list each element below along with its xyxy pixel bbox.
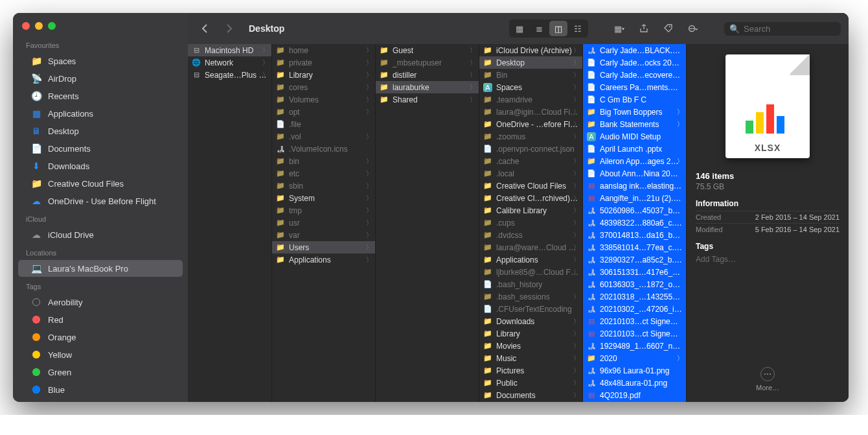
sidebar-item[interactable]: Orange xyxy=(18,329,183,346)
preview-more[interactable]: ⋯ More… xyxy=(756,355,779,392)
file-row[interactable]: 📁Creative Cl…rchived) (1)〉 xyxy=(479,192,582,204)
file-row[interactable]: 🏞306151331…417e6_b.jpg xyxy=(583,266,686,278)
sidebar-item[interactable]: 💻Laura's MacBook Pro xyxy=(18,260,183,277)
sidebar-item[interactable]: 📁Creative Cloud Files xyxy=(18,175,183,192)
file-row[interactable]: 📄April Launch .pptx xyxy=(583,143,686,155)
file-row[interactable]: 📁Calibre Library〉 xyxy=(479,204,582,217)
sidebar-item[interactable]: Purple xyxy=(18,399,183,402)
file-row[interactable]: 🏞370014813…da16_b.jpg xyxy=(583,229,686,241)
file-row[interactable]: ⊟Seagate…Plus Drive〉 xyxy=(188,69,271,81)
file-row[interactable]: 📁Downloads〉 xyxy=(479,315,582,327)
file-row[interactable]: ▤20210103…ct Signed LB xyxy=(583,315,686,327)
file-row[interactable]: 🏞Carly Jade…BLACK.png xyxy=(583,44,686,56)
file-row[interactable]: 📁tmp〉 xyxy=(272,204,375,217)
file-row[interactable]: 📁home〉 xyxy=(272,44,375,56)
file-row[interactable]: 📁Public〉 xyxy=(479,377,582,389)
file-row[interactable]: 📁Pictures〉 xyxy=(479,364,582,377)
sidebar-item[interactable]: 🕘Recents xyxy=(18,88,183,104)
file-row[interactable]: 📁laura@ware…Cloud Files〉 xyxy=(479,241,582,253)
file-row[interactable]: 🏞.VolumeIcon.icns xyxy=(272,143,375,155)
file-row[interactable]: 📁distiller〉 xyxy=(376,69,479,81)
sidebar-item[interactable]: 📁Spaces xyxy=(18,53,183,69)
sidebar-item[interactable]: ☁OneDrive - Use Before Flight xyxy=(18,193,183,209)
file-row[interactable]: 🏞338581014…77ea_c.jpg xyxy=(583,241,686,253)
file-row[interactable]: 📁Applications〉 xyxy=(479,253,582,266)
action-button[interactable] xyxy=(684,21,702,36)
file-row[interactable]: 📄Carly Jade…ecovered].ai xyxy=(583,69,686,81)
file-row[interactable]: ▤Aangifte_in…21u (2).pdf xyxy=(583,192,686,204)
file-row[interactable]: 📄~$uss+ uni…e v1LB.docx xyxy=(583,401,686,402)
file-row[interactable]: 📁.zoomus〉 xyxy=(479,130,582,143)
file-row[interactable]: 📄About Ann…Nina 2021LB xyxy=(583,167,686,180)
file-row[interactable]: 📁Desktop〉 xyxy=(479,56,582,69)
file-row[interactable]: 🏞96x96 Laura-01.png xyxy=(583,364,686,377)
file-row[interactable]: 🏞20210302_…47206_iOS xyxy=(583,303,686,315)
file-row[interactable]: 📁bin〉 xyxy=(272,155,375,167)
file-row[interactable]: 📁ljburke85@…Cloud Files〉 xyxy=(479,266,582,278)
file-row[interactable]: 🏞50260986…45037_b.jpg xyxy=(583,204,686,217)
file-row[interactable]: ASpaces〉 xyxy=(479,81,582,93)
sidebar-item[interactable]: Yellow xyxy=(18,346,183,363)
file-row[interactable]: 📁.vol〉 xyxy=(272,130,375,143)
close-button[interactable] xyxy=(22,22,30,30)
search-field[interactable]: 🔍 xyxy=(724,22,841,36)
sidebar-item[interactable]: Red xyxy=(18,311,183,328)
file-row[interactable]: 📁var〉 xyxy=(272,229,375,241)
file-row[interactable]: 📁.bash_sessions〉 xyxy=(479,290,582,303)
file-row[interactable]: 🏞1929489_1…6607_n.jpg xyxy=(583,340,686,352)
file-row[interactable]: ⊟Macintosh HD〉 xyxy=(188,44,271,56)
file-row[interactable]: 📁Library〉 xyxy=(479,327,582,340)
file-row[interactable]: ▤aanslag ink…elasting.pdf xyxy=(583,180,686,192)
file-row[interactable]: 🏞48398322…880a6_c.jpg xyxy=(583,217,686,229)
sidebar-item[interactable]: Aerobility xyxy=(18,294,183,311)
file-row[interactable]: 📁Big Town Boppers〉 xyxy=(583,106,686,118)
share-button[interactable] xyxy=(635,21,653,36)
file-row[interactable]: 🏞60136303_…1872_o.jpg xyxy=(583,278,686,290)
file-row[interactable]: 📄Careers Pa…ments.pptx xyxy=(583,81,686,93)
file-row[interactable]: ▤20210103…ct Signed LB xyxy=(583,327,686,340)
zoom-button[interactable] xyxy=(48,22,56,30)
file-row[interactable]: 📄Carly Jade…ocks 2021.ai xyxy=(583,56,686,69)
tag-button[interactable] xyxy=(659,21,678,36)
search-input[interactable] xyxy=(744,24,849,34)
back-button[interactable] xyxy=(196,21,214,36)
group-button[interactable]: ▦▾ xyxy=(610,21,628,36)
sidebar-item[interactable]: ⬇Downloads xyxy=(18,158,183,174)
file-row[interactable]: 📄.bash_history xyxy=(479,278,582,290)
file-row[interactable]: 📁Users〉 xyxy=(272,241,375,253)
file-row[interactable]: 📁.teamdrive〉 xyxy=(479,93,582,106)
file-row[interactable]: 📁lauraburke〉 xyxy=(376,81,479,93)
file-row[interactable]: 📁opt〉 xyxy=(272,106,375,118)
view-columns-button[interactable]: ◫ xyxy=(549,21,567,36)
file-row[interactable]: 📁OneDrive - …efore Flight〉 xyxy=(479,118,582,130)
minimize-button[interactable] xyxy=(35,22,43,30)
file-row[interactable]: 📁Creative Cloud Files〉 xyxy=(479,180,582,192)
file-row[interactable]: 📁Movies〉 xyxy=(479,340,582,352)
file-row[interactable]: 📁.dvdcss〉 xyxy=(479,229,582,241)
file-row[interactable]: 📁cores〉 xyxy=(272,81,375,93)
file-row[interactable]: 📁usr〉 xyxy=(272,217,375,229)
sidebar-item[interactable]: Green xyxy=(18,364,183,381)
file-row[interactable]: 🏞20210318_…143255_iOS xyxy=(583,290,686,303)
file-row[interactable]: 📁etc〉 xyxy=(272,167,375,180)
file-row[interactable]: 📁Documents〉 xyxy=(479,389,582,401)
file-row[interactable]: 🏞48x48Laura-01.png xyxy=(583,377,686,389)
file-row[interactable]: 📁sbin〉 xyxy=(272,180,375,192)
file-row[interactable]: 📁Library〉 xyxy=(272,69,375,81)
forward-button[interactable] xyxy=(220,21,238,36)
file-row[interactable]: 🌐Network〉 xyxy=(188,56,271,69)
file-row[interactable]: 📁Guest〉 xyxy=(376,44,479,56)
file-row[interactable]: 📁Aileron App…ages 2017〉 xyxy=(583,155,686,167)
file-row[interactable]: 📁2020〉 xyxy=(583,352,686,364)
file-row[interactable]: 📄.CFUserTextEncoding xyxy=(479,303,582,315)
add-tags-field[interactable]: Add Tags… xyxy=(696,253,839,264)
sidebar-item[interactable]: ☁iCloud Drive xyxy=(18,226,183,243)
file-row[interactable]: 📁System〉 xyxy=(272,192,375,204)
file-row[interactable]: 📁Shared〉 xyxy=(376,93,479,106)
view-list-button[interactable]: ≣ xyxy=(530,21,548,36)
sidebar-item[interactable]: ▦Applications xyxy=(18,105,183,122)
file-row[interactable]: 📁Volumes〉 xyxy=(272,93,375,106)
file-row[interactable]: 📁Bin〉 xyxy=(479,69,582,81)
file-row[interactable]: 📄.openvpn-connect.json xyxy=(479,143,582,155)
file-row[interactable]: 📁private〉 xyxy=(272,56,375,69)
